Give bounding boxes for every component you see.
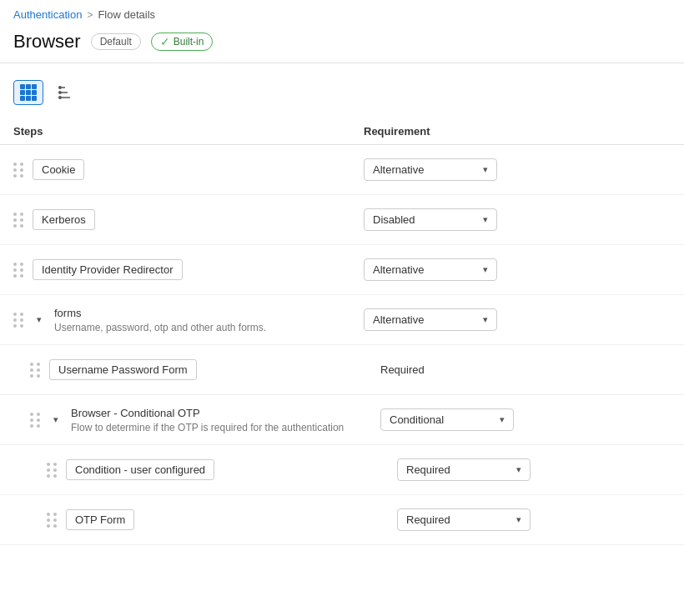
flow-view-button[interactable] <box>50 80 80 105</box>
breadcrumb-auth-link[interactable]: Authentication <box>13 8 82 21</box>
drag-handle-icon[interactable] <box>47 463 58 478</box>
breadcrumb-separator: > <box>87 9 93 21</box>
svg-point-2 <box>58 96 62 99</box>
table-row: ▾Browser - Conditional OTPFlow to determ… <box>0 395 684 445</box>
requirement-value: Conditional <box>390 413 495 426</box>
grid-icon <box>20 84 37 101</box>
breadcrumb-current: Flow details <box>98 8 155 21</box>
requirement-value: Alternative <box>373 163 478 176</box>
step-cell: ▾Browser - Conditional OTPFlow to determ… <box>30 407 380 433</box>
table-row: KerberosDisabled▾ <box>0 195 684 245</box>
builtin-badge: ✓ Built-in <box>151 33 214 51</box>
requirement-dropdown[interactable]: Conditional▾ <box>380 408 514 431</box>
drag-handle-icon[interactable] <box>13 263 24 278</box>
step-cell: Identity Provider Redirector <box>13 259 364 280</box>
requirement-cell: Alternative▾ <box>364 308 671 331</box>
default-badge: Default <box>91 33 141 50</box>
check-icon: ✓ <box>160 35 170 48</box>
page-header: Browser Default ✓ Built-in <box>0 28 684 63</box>
flow-icon <box>58 85 73 100</box>
requirement-value: Alternative <box>373 263 478 276</box>
step-name-group: Browser - Conditional OTPFlow to determi… <box>71 407 344 433</box>
expand-chevron-icon[interactable]: ▾ <box>49 414 63 425</box>
step-name-group: formsUsername, password, otp and other a… <box>54 307 266 333</box>
dropdown-arrow-icon: ▾ <box>483 164 488 175</box>
svg-point-0 <box>58 86 62 89</box>
requirement-dropdown[interactable]: Alternative▾ <box>364 308 497 331</box>
requirement-column-header: Requirement <box>364 125 671 138</box>
drag-handle-icon[interactable] <box>13 213 24 228</box>
table-row: Identity Provider RedirectorAlternative▾ <box>0 245 684 295</box>
step-name-box: Identity Provider Redirector <box>33 259 183 280</box>
requirement-text: Required <box>380 363 425 376</box>
drag-handle-icon[interactable] <box>47 513 58 528</box>
svg-point-1 <box>58 91 62 94</box>
dropdown-arrow-icon: ▾ <box>483 214 488 225</box>
step-description: Username, password, otp and other auth f… <box>54 322 266 333</box>
step-cell: Cookie <box>13 159 364 180</box>
requirement-value: Alternative <box>373 313 478 326</box>
requirement-cell: Alternative▾ <box>364 258 671 281</box>
toolbar <box>0 73 684 118</box>
requirement-cell: Alternative▾ <box>364 158 671 181</box>
step-name-label: forms <box>54 307 266 319</box>
steps-column-header: Steps <box>13 125 364 138</box>
dropdown-arrow-icon: ▾ <box>483 314 488 325</box>
dropdown-arrow-icon: ▾ <box>483 264 488 275</box>
requirement-dropdown[interactable]: Alternative▾ <box>364 258 497 281</box>
requirement-dropdown[interactable]: Required▾ <box>397 508 531 531</box>
table-row: CookieAlternative▾ <box>0 145 684 195</box>
breadcrumb: Authentication > Flow details <box>0 0 684 28</box>
requirement-value: Required <box>406 463 511 476</box>
builtin-badge-label: Built-in <box>174 36 204 48</box>
drag-handle-icon[interactable] <box>13 313 24 328</box>
step-name-box: Username Password Form <box>49 359 197 380</box>
header-divider <box>0 63 684 63</box>
requirement-cell: Required▾ <box>397 508 671 531</box>
step-name-box: OTP Form <box>66 509 134 530</box>
page-title: Browser <box>13 31 81 53</box>
requirement-dropdown[interactable]: Alternative▾ <box>364 158 497 181</box>
flow-rows: CookieAlternative▾KerberosDisabled▾Ident… <box>0 145 684 545</box>
dropdown-arrow-icon: ▾ <box>500 414 505 425</box>
step-cell: Username Password Form <box>30 359 380 380</box>
requirement-cell: Required▾ <box>397 458 671 481</box>
step-cell: Kerberos <box>13 209 364 230</box>
expand-chevron-icon[interactable]: ▾ <box>33 314 46 325</box>
drag-handle-icon[interactable] <box>30 413 41 428</box>
step-name-box: Kerberos <box>33 209 95 230</box>
requirement-dropdown[interactable]: Disabled▾ <box>364 208 497 231</box>
drag-handle-icon[interactable] <box>30 363 41 378</box>
step-cell: OTP Form <box>47 509 397 530</box>
dropdown-arrow-icon: ▾ <box>516 464 521 475</box>
table-row: Username Password FormRequired <box>0 345 684 395</box>
step-name-label: Browser - Conditional OTP <box>71 407 344 419</box>
step-name-box: Cookie <box>33 159 84 180</box>
step-cell: ▾formsUsername, password, otp and other … <box>13 307 364 333</box>
table-row: OTP FormRequired▾ <box>0 495 684 545</box>
table-header: Steps Requirement <box>0 118 684 145</box>
table-row: Condition - user configuredRequired▾ <box>0 445 684 495</box>
step-name-box: Condition - user configured <box>66 459 214 480</box>
step-cell: Condition - user configured <box>47 459 397 480</box>
grid-view-button[interactable] <box>13 80 43 105</box>
dropdown-arrow-icon: ▾ <box>516 514 521 525</box>
requirement-value: Disabled <box>373 213 478 226</box>
table-row: ▾formsUsername, password, otp and other … <box>0 295 684 345</box>
requirement-cell: Required <box>380 363 671 376</box>
requirement-value: Required <box>406 513 511 526</box>
step-description: Flow to determine if the OTP is required… <box>71 422 344 433</box>
drag-handle-icon[interactable] <box>13 163 24 178</box>
requirement-cell: Conditional▾ <box>380 408 671 431</box>
requirement-dropdown[interactable]: Required▾ <box>397 458 531 481</box>
requirement-cell: Disabled▾ <box>364 208 671 231</box>
